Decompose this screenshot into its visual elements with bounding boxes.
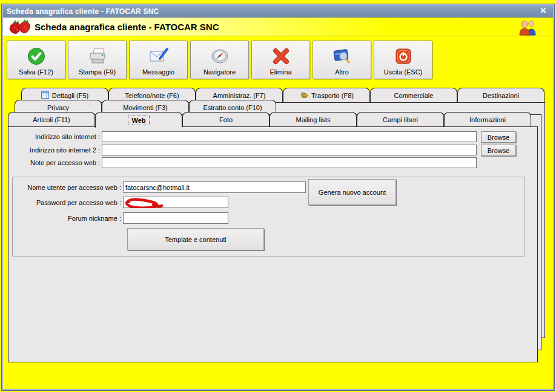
- table-icon: [41, 91, 49, 100]
- tab-label: Trasporto (F8): [311, 92, 354, 99]
- tab-label: Mailing lists: [296, 116, 331, 123]
- site2-input[interactable]: [102, 145, 477, 155]
- tab-articoli[interactable]: Articoli (F11): [8, 112, 95, 126]
- tab-label: Amministraz. (F7): [213, 92, 266, 99]
- users-icon[interactable]: [518, 19, 538, 38]
- book-magnifier-icon: [332, 45, 352, 67]
- compass-icon: [210, 45, 230, 67]
- tab-label: Destinazioni: [483, 92, 519, 99]
- tab-label: Campi liberi: [383, 116, 418, 123]
- generate-account-button[interactable]: Genera nuovo account: [308, 179, 396, 205]
- tab-label: Telefono/note (F6): [125, 92, 179, 99]
- forum-nickname-input[interactable]: [123, 212, 228, 224]
- more-button[interactable]: Altro: [313, 41, 371, 79]
- tab-label: Dettagli (F5): [52, 92, 89, 99]
- tab-label: Foto: [219, 116, 233, 123]
- browse-site1-button[interactable]: Browse: [481, 131, 516, 143]
- web-note-input[interactable]: [102, 157, 477, 168]
- close-icon[interactable]: ✕: [538, 6, 548, 16]
- window-title: Scheda anagrafica cliente - FATOCAR SNC: [7, 7, 159, 16]
- web-note-label: Note per accesso web :: [12, 159, 100, 166]
- strawberries-icon: [8, 18, 33, 39]
- bee-icon: [299, 91, 308, 100]
- mail-pen-icon: [148, 45, 169, 67]
- print-label: Stampa (F9): [79, 68, 116, 76]
- tab-label: Commerciale: [394, 92, 434, 99]
- tab-label: Informazioni: [469, 116, 506, 123]
- app-canvas: Scheda anagrafica cliente - FATOCAR SNC …: [0, 0, 556, 392]
- tab-label: Estratto conto (F10): [203, 104, 262, 111]
- tab-commerciale[interactable]: Commerciale: [370, 88, 457, 102]
- save-check-icon: [27, 45, 46, 67]
- tab-label: Articoli (F11): [33, 116, 70, 123]
- tab-campi-liberi[interactable]: Campi liberi: [357, 112, 444, 126]
- browse-site2-button[interactable]: Browse: [481, 145, 516, 156]
- more-label: Altro: [335, 68, 349, 76]
- header-divider: [3, 36, 553, 36]
- title-bar: Scheda anagrafica cliente - FATOCAR SNC …: [3, 5, 553, 18]
- site1-input[interactable]: [102, 131, 477, 142]
- tab-label: Web: [128, 116, 148, 125]
- navigator-label: Navigatore: [204, 68, 236, 76]
- exit-button[interactable]: Uscita (ESC): [374, 41, 432, 79]
- tab-label: Movimenti (F3): [123, 104, 167, 111]
- tab-mailing-lists[interactable]: Mailing lists: [270, 112, 357, 126]
- red-x-icon: [271, 45, 291, 67]
- header-band: Scheda anagrafica cliente - FATOCAR SNC: [3, 18, 553, 36]
- tab-informazioni[interactable]: Informazioni: [444, 112, 531, 126]
- delete-label: Elimina: [270, 68, 291, 76]
- tab-trasporto[interactable]: Trasporto (F8): [283, 88, 370, 102]
- save-button[interactable]: Salva (F12): [7, 41, 65, 79]
- page-title: Scheda anagrafica cliente - FATOCAR SNC: [35, 22, 219, 32]
- tab-destinazioni[interactable]: Destinazioni: [457, 88, 544, 102]
- forum-nickname-label: Forum nickname :: [12, 215, 121, 222]
- tab-web-selected[interactable]: Web: [95, 112, 182, 128]
- power-icon: [394, 45, 412, 67]
- tab-label: Privacy: [47, 104, 69, 111]
- print-button[interactable]: Stampa (F9): [68, 41, 127, 79]
- web-password-input[interactable]: [123, 197, 228, 208]
- site1-label: Indirizzo sito internet :: [12, 133, 100, 140]
- message-button[interactable]: Messaggio: [129, 41, 188, 79]
- save-label: Salva (F12): [19, 68, 53, 76]
- navigator-button[interactable]: Navigatore: [190, 41, 249, 79]
- web-username-label: Nome utente per accesso web :: [12, 184, 121, 191]
- printer-icon: [87, 45, 108, 67]
- web-password-label: Password per accesso web :: [12, 199, 121, 206]
- tab-foto[interactable]: Foto: [182, 112, 270, 126]
- site2-label: Indirizzo sito internet 2 :: [12, 146, 100, 154]
- template-content-button[interactable]: Template e contenuti: [127, 228, 264, 250]
- web-username-input[interactable]: [123, 181, 306, 193]
- delete-button[interactable]: Elimina: [251, 41, 310, 79]
- message-label: Messaggio: [142, 68, 174, 76]
- exit-label: Uscita (ESC): [384, 68, 423, 76]
